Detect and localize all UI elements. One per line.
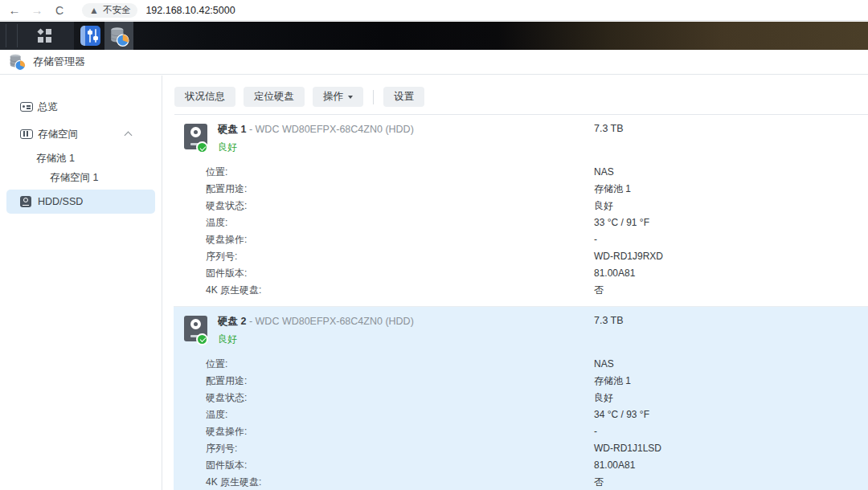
detail-label: 温度: bbox=[206, 218, 594, 228]
detail-label: 配置用途: bbox=[206, 376, 594, 386]
detail-label: 位置: bbox=[206, 167, 594, 178]
detail-label: 序列号: bbox=[206, 443, 594, 454]
drive-row-2[interactable]: 硬盘 2 - WDC WD80EFPX-68C4ZN0 (HDD) 良好 7.3… bbox=[174, 306, 868, 490]
security-label: 不安全 bbox=[103, 4, 131, 16]
window-title: 存储管理器 bbox=[33, 55, 85, 69]
detail-label: 固件版本: bbox=[206, 268, 594, 279]
detail-label: 4K 原生硬盘: bbox=[206, 285, 594, 296]
chevron-down-icon bbox=[348, 96, 353, 99]
detail-value: 34 °C / 93 °F bbox=[594, 410, 868, 420]
drive-status: 良好 bbox=[218, 333, 868, 346]
detail-value: NAS bbox=[594, 359, 868, 370]
overview-icon bbox=[20, 102, 33, 112]
address-url[interactable]: 192.168.10.42:5000 bbox=[145, 5, 235, 16]
sidebar-item-label: 存储空间 bbox=[38, 128, 78, 141]
sidebar: 总览 存储空间 存储池 1 存储空间 1 HDD/SSD bbox=[0, 76, 162, 490]
browser-reload-icon[interactable]: C bbox=[48, 4, 71, 17]
drive-row-1[interactable]: 硬盘 1 - WDC WD80EFPX-68C4ZN0 (HDD) 良好 7.3… bbox=[174, 115, 868, 306]
toolbar: 状况信息 定位硬盘 操作 设置 bbox=[163, 76, 868, 107]
sidebar-item-label: 存储空间 1 bbox=[50, 171, 98, 185]
detail-value: NAS bbox=[594, 167, 868, 178]
sidebar-item-storage[interactable]: 存储空间 bbox=[6, 122, 155, 146]
hard-drive-healthy-icon bbox=[182, 124, 210, 152]
action-dropdown-button[interactable]: 操作 bbox=[313, 87, 363, 107]
dsm-taskbar bbox=[0, 22, 868, 50]
detail-value: 81.00A81 bbox=[594, 460, 868, 471]
health-info-button[interactable]: 状况信息 bbox=[174, 87, 235, 107]
drive-size: 7.3 TB bbox=[594, 315, 624, 326]
detail-value: WD-RD1J9RXD bbox=[594, 251, 868, 262]
warning-icon: ▲ bbox=[89, 5, 99, 16]
disk-icon bbox=[20, 196, 31, 207]
check-badge-icon bbox=[196, 141, 208, 153]
sidebar-item-label: 存储池 1 bbox=[36, 152, 75, 165]
button-label: 定位硬盘 bbox=[254, 90, 294, 104]
detail-label: 硬盘操作: bbox=[206, 235, 594, 245]
control-panel-icon bbox=[80, 26, 100, 46]
detail-label: 硬盘操作: bbox=[206, 427, 594, 437]
window-titlebar: 存储管理器 bbox=[0, 50, 868, 75]
check-badge-icon bbox=[196, 333, 208, 345]
button-label: 操作 bbox=[323, 90, 343, 104]
detail-value: 存储池 1 bbox=[594, 376, 868, 386]
detail-value: 否 bbox=[594, 477, 868, 488]
storage-manager-icon bbox=[108, 26, 129, 47]
drive-size: 7.3 TB bbox=[594, 123, 624, 134]
sidebar-item-label: 总览 bbox=[38, 100, 58, 114]
taskbar-left-segment bbox=[0, 22, 74, 50]
storage-manager-app-icon-active[interactable] bbox=[104, 22, 133, 50]
browser-back-icon[interactable]: ← bbox=[3, 3, 26, 17]
sidebar-item-volume-1[interactable]: 存储空间 1 bbox=[0, 169, 162, 187]
sidebar-item-storage-pool-1[interactable]: 存储池 1 bbox=[0, 149, 162, 168]
drive-model: - WDC WD80EFPX-68C4ZN0 (HDD) bbox=[249, 316, 414, 327]
sidebar-item-overview[interactable]: 总览 bbox=[6, 95, 155, 119]
detail-value: 存储池 1 bbox=[594, 184, 868, 194]
site-security-chip[interactable]: ▲ 不安全 bbox=[82, 3, 137, 18]
detail-label: 配置用途: bbox=[206, 184, 594, 194]
volume-icon bbox=[20, 129, 33, 139]
main-menu-icon[interactable] bbox=[38, 29, 51, 43]
sidebar-item-hdd-ssd[interactable]: HDD/SSD bbox=[6, 190, 155, 214]
detail-value-status: 良好 bbox=[594, 393, 868, 403]
drive-model: - WDC WD80EFPX-68C4ZN0 (HDD) bbox=[249, 124, 414, 135]
detail-value: - bbox=[594, 235, 868, 245]
detail-label: 固件版本: bbox=[206, 460, 594, 471]
locate-drive-button[interactable]: 定位硬盘 bbox=[244, 87, 305, 107]
button-label: 设置 bbox=[394, 90, 414, 104]
settings-button[interactable]: 设置 bbox=[383, 87, 424, 107]
detail-label: 温度: bbox=[206, 410, 594, 420]
drive-status: 良好 bbox=[218, 141, 868, 154]
detail-label: 序列号: bbox=[206, 251, 594, 262]
detail-value: 81.00A81 bbox=[594, 268, 868, 279]
taskbar-divider bbox=[6, 24, 6, 47]
detail-label: 硬盘状态: bbox=[206, 201, 594, 211]
chevron-up-icon[interactable] bbox=[125, 132, 133, 140]
taskbar-divider bbox=[17, 24, 18, 47]
detail-label: 4K 原生硬盘: bbox=[206, 477, 594, 488]
drive-name: 硬盘 1 bbox=[218, 124, 246, 135]
hard-drive-healthy-icon bbox=[182, 316, 210, 344]
detail-value: WD-RD1J1LSD bbox=[594, 443, 868, 454]
control-panel-app-icon[interactable] bbox=[77, 22, 103, 50]
detail-value-status: 良好 bbox=[594, 201, 868, 211]
storage-manager-icon bbox=[8, 53, 26, 71]
detail-value: 否 bbox=[594, 285, 868, 296]
drive-name: 硬盘 2 bbox=[218, 316, 246, 327]
detail-label: 位置: bbox=[206, 359, 594, 370]
drive-details: 位置: NAS 配置用途: 存储池 1 硬盘状态: 良好 温度: 34 °C /… bbox=[206, 359, 868, 488]
toolbar-separator bbox=[373, 90, 374, 104]
drive-header: 硬盘 1 - WDC WD80EFPX-68C4ZN0 (HDD) 良好 7.3… bbox=[174, 122, 868, 154]
detail-value: 33 °C / 91 °F bbox=[594, 218, 868, 228]
browser-toolbar: ← → C ▲ 不安全 192.168.10.42:5000 bbox=[0, 0, 868, 21]
drive-header: 硬盘 2 - WDC WD80EFPX-68C4ZN0 (HDD) 良好 7.3… bbox=[174, 314, 868, 346]
detail-value: - bbox=[594, 427, 868, 437]
main-content: 状况信息 定位硬盘 操作 设置 硬盘 1 - WDC WD80EFPX-68C4… bbox=[163, 76, 868, 490]
browser-forward-icon[interactable]: → bbox=[26, 3, 48, 17]
detail-label: 硬盘状态: bbox=[206, 393, 594, 403]
button-label: 状况信息 bbox=[185, 90, 225, 104]
drive-details: 位置: NAS 配置用途: 存储池 1 硬盘状态: 良好 温度: 33 °C /… bbox=[206, 167, 868, 296]
sidebar-item-label: HDD/SSD bbox=[38, 196, 83, 207]
